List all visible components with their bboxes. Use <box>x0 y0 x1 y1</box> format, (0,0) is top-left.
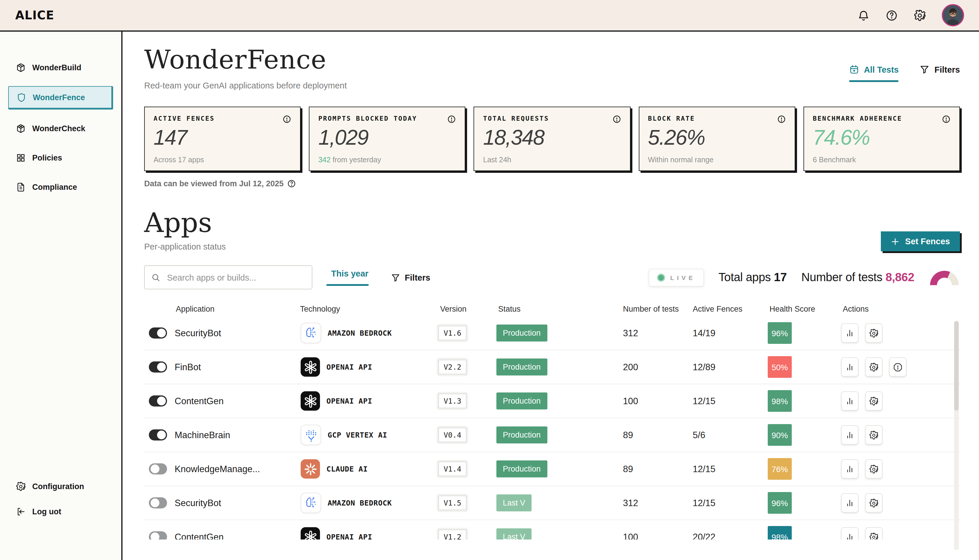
shield-icon <box>17 92 27 102</box>
stat-value: 5.26% <box>648 127 786 148</box>
tests-value: 200 <box>621 362 638 372</box>
help-icon[interactable] <box>886 9 898 22</box>
gear-button[interactable] <box>865 527 882 540</box>
stats-row: ACTIVE FENCES 147 Across 17 apps PROMPTS… <box>144 107 960 171</box>
table-body: SecurityBot AMAZON BEDROCK V1.6 Producti… <box>144 316 960 540</box>
plus-icon <box>891 237 900 246</box>
fences-value: 5/6 <box>691 430 705 440</box>
stat-title: PROMPTS BLOCKED TODAY <box>318 115 417 122</box>
app-toggle[interactable] <box>149 362 167 373</box>
info-icon[interactable] <box>612 115 621 123</box>
topbar-actions <box>857 4 964 27</box>
apps-header: Apps Per-application status Set Fences <box>144 209 960 251</box>
stat-card-total-requests: TOTAL REQUESTS 18,348 Last 24h <box>474 107 630 171</box>
app-name: KnowledgeManage... <box>174 463 260 474</box>
tech-icon <box>301 459 320 478</box>
notifications-icon[interactable] <box>857 9 870 22</box>
sidebar-item-policies[interactable]: Policies <box>8 147 113 168</box>
tech-label: AMAZON BEDROCK <box>328 498 392 507</box>
health-score-badge: 50% <box>768 356 792 378</box>
tech-icon <box>301 425 321 445</box>
app-toggle[interactable] <box>149 497 167 508</box>
calendar-icon <box>849 65 859 74</box>
stat-title: BENCHMARK ADHERENCE <box>813 115 902 122</box>
chart-button[interactable] <box>841 493 859 513</box>
number-of-tests: Number of tests 8,862 <box>801 271 914 284</box>
tech-label: CLAUDE AI <box>327 465 368 473</box>
tab-filters[interactable]: Filters <box>920 65 960 82</box>
search-box <box>144 265 312 289</box>
gear-button[interactable] <box>865 493 882 513</box>
avatar[interactable] <box>942 4 964 27</box>
filters-label: Filters <box>405 273 430 282</box>
topbar: ALICE <box>0 0 979 32</box>
set-fences-button[interactable]: Set Fences <box>881 232 960 251</box>
gear-button[interactable] <box>865 459 882 478</box>
question-icon[interactable] <box>287 179 296 188</box>
sidebar-item-label: Compliance <box>32 182 77 191</box>
gear-button[interactable] <box>865 425 882 445</box>
stat-card-prompts-blocked: PROMPTS BLOCKED TODAY 1,029 342 from yes… <box>309 107 465 171</box>
table-header-row: Application Technology Version Status Nu… <box>144 301 960 316</box>
page-title: WonderFence <box>144 45 960 74</box>
app-window: ALICE WonderBuild WonderFence <box>0 0 979 560</box>
sidebar-item-logout[interactable]: Log uot <box>8 501 113 522</box>
row-actions <box>841 459 960 478</box>
chart-button[interactable] <box>841 391 859 411</box>
sidebar-item-wonderbuild[interactable]: WonderBuild <box>8 57 113 78</box>
chart-button[interactable] <box>841 527 859 540</box>
chart-button[interactable] <box>841 357 859 377</box>
sidebar-item-label: Configuration <box>32 482 84 491</box>
sidebar-item-wonderfence[interactable]: WonderFence <box>8 86 113 110</box>
live-label: LIVE <box>670 274 695 281</box>
version-chip: V0.4 <box>439 428 467 442</box>
stat-title: ACTIVE FENCES <box>153 115 215 122</box>
fences-value: 12/15 <box>691 463 715 474</box>
health-score-badge: 96% <box>768 492 792 514</box>
sidebar-item-configuration[interactable]: Configuration <box>8 476 113 497</box>
version-chip: V1.3 <box>439 393 467 408</box>
gear-button[interactable] <box>865 357 882 377</box>
scrollbar-thumb[interactable] <box>954 321 959 411</box>
app-toggle[interactable] <box>149 395 167 407</box>
table-scrollbar[interactable] <box>954 321 959 550</box>
tab-this-year[interactable]: This year <box>327 269 369 286</box>
grid-icon <box>16 153 26 163</box>
gear-button[interactable] <box>865 391 882 411</box>
app-toggle[interactable] <box>149 327 167 338</box>
info-icon[interactable] <box>942 115 951 123</box>
tests-value: 8,862 <box>886 271 914 283</box>
tab-label: All Tests <box>864 65 899 74</box>
app-toggle[interactable] <box>149 429 167 440</box>
app-toggle[interactable] <box>149 531 167 540</box>
alert-button[interactable] <box>889 357 907 377</box>
settings-icon[interactable] <box>914 9 926 22</box>
app-toggle[interactable] <box>149 463 167 475</box>
row-actions <box>841 425 960 445</box>
tab-all-tests[interactable]: All Tests <box>849 65 899 82</box>
stat-title: TOTAL REQUESTS <box>483 115 549 122</box>
stat-subtext: 342 from yesterday <box>318 156 381 164</box>
status-badge: Production <box>496 325 547 342</box>
chart-button[interactable] <box>841 425 859 445</box>
table-row: KnowledgeManage... CLAUDE AI V1.4 Produc… <box>144 452 960 486</box>
active-tab-underline <box>327 284 369 286</box>
tech-label: OPENAI API <box>327 532 372 540</box>
table-row: ContentGen OPENAI API V1.3 Production 10… <box>144 384 960 418</box>
chart-button[interactable] <box>841 323 859 343</box>
sidebar-item-compliance[interactable]: Compliance <box>8 176 113 197</box>
app-name: FinBot <box>174 362 201 372</box>
info-icon[interactable] <box>777 115 786 123</box>
document-icon <box>16 182 26 192</box>
gear-button[interactable] <box>865 323 882 343</box>
search-input[interactable] <box>166 272 305 283</box>
apps-section-subtitle: Per-application status <box>144 242 226 251</box>
apps-summary: LIVE Total apps 17 Number of tests 8,862 <box>649 268 960 286</box>
tab-label: Filters <box>934 65 960 74</box>
apps-filters-button[interactable]: Filters <box>390 273 430 282</box>
info-icon[interactable] <box>282 115 291 123</box>
chart-button[interactable] <box>841 459 859 478</box>
info-icon[interactable] <box>447 115 456 123</box>
sidebar-item-wondercheck[interactable]: WonderCheck <box>8 118 113 139</box>
status-badge: Production <box>496 460 547 477</box>
